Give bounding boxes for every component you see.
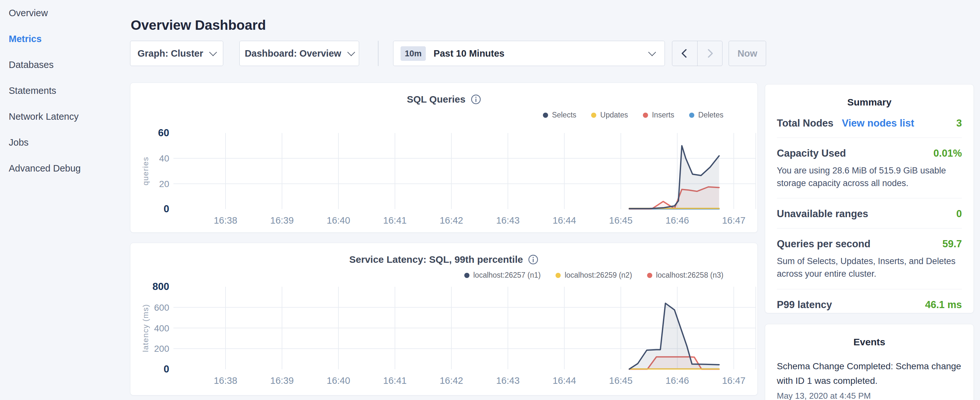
info-icon[interactable] <box>528 254 538 265</box>
svg-text:16:42: 16:42 <box>440 375 463 386</box>
summary-row-total-nodes: Total NodesView nodes list3 <box>777 108 962 138</box>
svg-text:16:40: 16:40 <box>327 375 350 386</box>
legend-item-localhost-26257-n1: localhost:26257 (n1) <box>464 271 541 280</box>
svg-text:16:39: 16:39 <box>270 215 294 226</box>
chart-legend: localhost:26257 (n1)localhost:26259 (n2)… <box>464 271 724 280</box>
chart-plot[interactable]: 16:3816:3916:4016:4116:4216:4316:4416:45… <box>130 243 758 396</box>
summary-label: Capacity Used <box>777 148 846 159</box>
legend-label: localhost:26259 (n2) <box>565 271 632 280</box>
chart-title-row: Service Latency: SQL, 99th percentile <box>130 254 757 265</box>
summary-value: 0.01% <box>934 148 962 159</box>
sidebar-item-advanced-debug[interactable]: Advanced Debug <box>0 155 129 181</box>
svg-text:20: 20 <box>159 179 169 189</box>
summary-value: 59.7 <box>942 238 962 250</box>
time-step-buttons <box>672 41 722 66</box>
legend-dot <box>543 113 548 118</box>
chart-title-row: SQL Queries <box>130 94 757 105</box>
legend-label: Updates <box>600 111 628 120</box>
svg-text:latency (ms): latency (ms) <box>141 304 150 352</box>
chevron-down-icon <box>347 48 355 56</box>
chart-plot[interactable]: 16:3816:3916:4016:4116:4216:4316:4416:45… <box>130 83 758 233</box>
legend-label: localhost:26257 (n1) <box>473 271 541 280</box>
dashboard-dropdown[interactable]: Dashboard: Overview <box>239 41 359 66</box>
sidebar-item-network-latency[interactable]: Network Latency <box>0 104 129 129</box>
svg-text:16:38: 16:38 <box>214 215 237 226</box>
summary-label: Total Nodes <box>777 118 834 129</box>
next-time-button[interactable] <box>697 41 722 66</box>
svg-text:0: 0 <box>164 363 169 375</box>
now-button[interactable]: Now <box>729 41 766 66</box>
summary-row-capacity-used: Capacity Used0.01%You are using 28.6 MiB… <box>777 138 962 198</box>
sql-queries-chart-card: 16:3816:3916:4016:4116:4216:4316:4416:45… <box>130 83 758 233</box>
info-icon[interactable] <box>471 94 481 105</box>
sidebar-item-metrics[interactable]: Metrics <box>0 26 129 52</box>
sidebar: OverviewMetricsDatabasesStatementsNetwor… <box>0 0 129 400</box>
view-nodes-list-link[interactable]: View nodes list <box>842 118 914 129</box>
legend-item-inserts: Inserts <box>643 111 674 120</box>
events-panel: Events Schema Change Completed: Schema c… <box>765 324 974 400</box>
svg-text:800: 800 <box>153 281 169 292</box>
summary-panel: Summary Total NodesView nodes list3Capac… <box>765 84 974 313</box>
summary-row-p99-latency: P99 latency46.1 ms <box>777 289 962 319</box>
service-latency-chart-card: 16:3816:3916:4016:4116:4216:4316:4416:45… <box>130 243 758 395</box>
time-window-label: Past 10 Minutes <box>434 48 504 59</box>
time-window-badge: 10m <box>401 46 426 61</box>
summary-value: 0 <box>956 208 962 220</box>
chevron-left-icon <box>681 49 690 58</box>
legend-dot <box>689 113 694 118</box>
events-list: Schema Change Completed: Schema change w… <box>777 359 962 400</box>
svg-text:queries: queries <box>141 157 150 185</box>
summary-value: 46.1 ms <box>925 299 962 311</box>
summary-row-unavailable-ranges: Unavailable ranges0 <box>777 198 962 228</box>
events-heading: Events <box>777 324 962 347</box>
sidebar-item-jobs[interactable]: Jobs <box>0 129 129 155</box>
sidebar-item-overview[interactable]: Overview <box>0 0 129 26</box>
chevron-down-icon <box>648 48 656 56</box>
chart-legend: SelectsUpdatesInsertsDeletes <box>543 111 724 120</box>
svg-text:16:46: 16:46 <box>665 375 689 386</box>
legend-item-deletes: Deletes <box>689 111 724 120</box>
summary-heading: Summary <box>777 84 962 108</box>
summary-label: P99 latency <box>777 299 832 311</box>
summary-description: You are using 28.6 MiB of 515.9 GiB usab… <box>777 164 962 190</box>
sidebar-item-databases[interactable]: Databases <box>0 52 129 78</box>
event-item[interactable]: Schema Change Completed: Schema change w… <box>777 359 962 400</box>
time-window-select[interactable]: 10m Past 10 Minutes <box>393 41 665 66</box>
page-title: Overview Dashboard <box>131 18 266 33</box>
svg-text:16:41: 16:41 <box>383 215 407 226</box>
legend-dot <box>643 113 648 118</box>
summary-label: Unavailable ranges <box>777 208 869 220</box>
svg-text:16:43: 16:43 <box>496 215 520 226</box>
legend-item-localhost-26258-n3: localhost:26258 (n3) <box>647 271 724 280</box>
svg-text:16:39: 16:39 <box>270 375 294 386</box>
sidebar-item-statements[interactable]: Statements <box>0 78 129 104</box>
svg-text:16:45: 16:45 <box>609 375 633 386</box>
svg-text:16:38: 16:38 <box>214 375 237 386</box>
summary-row-queries-per-second: Queries per second59.7Sum of Selects, Up… <box>777 228 962 289</box>
summary-value: 3 <box>956 118 962 129</box>
prev-time-button[interactable] <box>672 41 697 66</box>
svg-text:16:45: 16:45 <box>609 215 633 226</box>
graph-dropdown-label: Graph: Cluster <box>137 48 203 59</box>
dashboard-dropdown-label: Dashboard: Overview <box>245 48 341 59</box>
legend-label: Deletes <box>698 111 724 120</box>
legend-label: localhost:26258 (n3) <box>656 271 724 280</box>
svg-text:16:41: 16:41 <box>383 375 407 386</box>
svg-text:16:44: 16:44 <box>553 375 576 386</box>
chevron-right-icon <box>704 49 713 58</box>
event-text: Schema Change Completed: Schema change w… <box>777 359 962 388</box>
legend-label: Inserts <box>652 111 674 120</box>
svg-text:16:43: 16:43 <box>496 375 520 386</box>
svg-text:40: 40 <box>159 153 169 163</box>
svg-text:16:44: 16:44 <box>553 215 576 226</box>
summary-description: Sum of Selects, Updates, Inserts, and De… <box>777 255 962 280</box>
chart-title: Service Latency: SQL, 99th percentile <box>349 254 523 265</box>
svg-text:16:47: 16:47 <box>722 375 746 386</box>
event-timestamp: May 13, 2020 at 4:45 PM <box>777 391 962 400</box>
graph-dropdown[interactable]: Graph: Cluster <box>130 41 223 66</box>
legend-item-localhost-26259-n2: localhost:26259 (n2) <box>555 271 632 280</box>
svg-text:16:42: 16:42 <box>440 215 463 226</box>
legend-dot <box>647 273 652 278</box>
summary-label: Queries per second <box>777 238 870 250</box>
chart-title: SQL Queries <box>407 94 465 105</box>
